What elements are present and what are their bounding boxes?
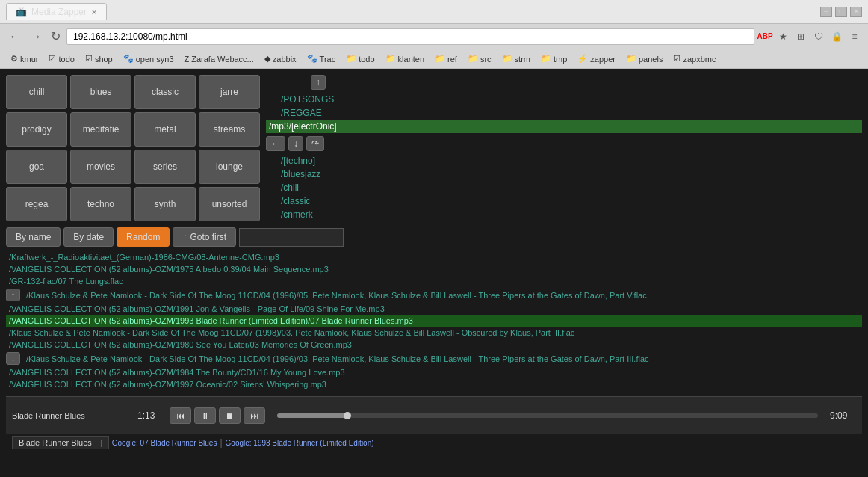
extensions-icon[interactable]: ⊞	[793, 29, 808, 44]
track-item-1[interactable]: /VANGELIS COLLECTION (52 albums)-OZM/197…	[6, 263, 862, 275]
genre-goa[interactable]: goa	[6, 150, 67, 184]
tree-down-button[interactable]: ↓	[288, 136, 303, 151]
search-input[interactable]	[239, 228, 344, 247]
track-item-10[interactable]: /VANGELIS COLLECTION (52 albums)-OZM/199…	[6, 378, 862, 390]
next-button[interactable]: ⏭	[244, 407, 265, 424]
genre-meditatie[interactable]: meditatie	[70, 112, 131, 147]
bookmark-panels[interactable]: 📁panels	[621, 52, 667, 65]
maximize-button[interactable]: □	[835, 7, 847, 17]
track-item-5-current[interactable]: /VANGELIS COLLECTION (52 albums)-OZM/199…	[6, 315, 862, 327]
bookmark-src[interactable]: 📁src	[463, 52, 496, 65]
lock-icon[interactable]: 🔒	[829, 29, 844, 44]
bookmark-klanten[interactable]: 📁klanten	[381, 52, 429, 65]
by-date-button[interactable]: By date	[63, 227, 114, 247]
genre-movies[interactable]: movies	[70, 150, 131, 184]
scroll-up-button[interactable]: ↑	[6, 289, 20, 301]
goto-first-button[interactable]: ↑ Goto first	[173, 227, 236, 247]
player-time-current: 1:13	[137, 410, 164, 421]
file-tree: /POTSONGS /REGGAE /mp3/[electrOnic] ← ↓ …	[266, 93, 862, 221]
tree-fwd-button[interactable]: ↷	[306, 136, 324, 151]
reload-button[interactable]: ↻	[48, 28, 63, 45]
bookmark-opensyn3[interactable]: 🐾open syn3	[119, 52, 179, 65]
bookmark-kmur[interactable]: ⚙kmur	[6, 52, 43, 65]
track-item-9[interactable]: /VANGELIS COLLECTION (52 albums)-OZM/198…	[6, 366, 862, 378]
track-item-4[interactable]: /VANGELIS COLLECTION (52 albums)-OZM/199…	[6, 303, 862, 315]
tab-close-button[interactable]: ✕	[91, 8, 97, 16]
track-item-3[interactable]: /Klaus Schulze & Pete Namlook - Dark Sid…	[23, 289, 862, 301]
menu-icon[interactable]: ≡	[847, 29, 862, 44]
track-item-0[interactable]: /Kraftwerk_-_Radioaktivitaet_(German)-19…	[6, 251, 862, 263]
genre-jarre[interactable]: jarre	[199, 75, 260, 109]
tree-item-cnmerk[interactable]: /cnmerk	[266, 208, 862, 221]
controls-row: By name By date Random ↑ Goto first	[6, 227, 862, 247]
progress-handle[interactable]	[344, 412, 351, 419]
tree-item-chill[interactable]: /chill	[266, 181, 862, 194]
bookmark-zapper[interactable]: ⚡zapper	[573, 52, 620, 65]
window-controls: ─ □ ✕	[820, 7, 862, 17]
bookmark-zapxbmc[interactable]: ☑zapxbmc	[669, 52, 720, 65]
todo1-icon: ☑	[49, 54, 56, 64]
forward-button[interactable]: →	[27, 28, 45, 45]
bookmark-shop[interactable]: ☑shop	[81, 52, 117, 65]
track-item-7[interactable]: /VANGELIS COLLECTION (52 albums)-OZM/198…	[6, 339, 862, 351]
bookmark-todo2[interactable]: 📁todo	[341, 52, 379, 65]
progress-bar[interactable]	[277, 413, 818, 418]
track-item-2[interactable]: /GR-132-flac/07 The Lungs.flac	[6, 275, 862, 287]
tree-item-reggae[interactable]: /REGGAE	[266, 106, 862, 120]
tree-back-button[interactable]: ←	[266, 136, 285, 151]
genre-lounge[interactable]: lounge	[199, 150, 260, 184]
back-button[interactable]: ←	[6, 28, 24, 45]
zabbix-icon: ◆	[264, 54, 270, 64]
genre-series[interactable]: series	[134, 150, 196, 184]
status-bar: Blade Runner Blues | Google: 07 Blade Ru…	[6, 434, 862, 451]
klanten-icon: 📁	[385, 54, 396, 64]
bookmark-star-icon[interactable]: ★	[775, 29, 790, 44]
prev-button[interactable]: ⏮	[170, 407, 191, 424]
google-link-2[interactable]: Google: 1993 Blade Runner (Limited Editi…	[226, 439, 374, 447]
tree-item-classic[interactable]: /classic	[266, 194, 862, 208]
genre-regea[interactable]: regea	[6, 187, 67, 221]
genre-unsorted[interactable]: unsorted	[199, 187, 260, 221]
bookmark-trac[interactable]: 🐾Trac	[303, 52, 341, 65]
bookmark-tmp[interactable]: 📁tmp	[536, 52, 571, 65]
shield-icon[interactable]: 🛡	[811, 29, 826, 44]
genre-metal[interactable]: metal	[134, 112, 196, 147]
bookmark-ref[interactable]: 📁ref	[430, 52, 462, 65]
random-button[interactable]: Random	[117, 227, 170, 247]
tree-up-button[interactable]: ↑	[311, 75, 326, 90]
tree-item-potsongs[interactable]: /POTSONGS	[266, 93, 862, 106]
genre-streams[interactable]: streams	[199, 112, 260, 147]
player-bar: Blade Runner Blues 1:13 ⏮ ⏸ ⏹ ⏭ 9:09	[6, 396, 862, 434]
track-item-8[interactable]: /Klaus Schulze & Pete Namlook - Dark Sid…	[23, 353, 862, 365]
genre-prodigy[interactable]: prodigy	[6, 112, 67, 147]
stop-button[interactable]: ⏹	[219, 407, 241, 424]
bookmark-strm[interactable]: 📁strm	[497, 52, 535, 65]
pause-button[interactable]: ⏸	[194, 407, 216, 424]
minimize-button[interactable]: ─	[820, 7, 832, 17]
google-link-1[interactable]: Google: 07 Blade Runner Blues	[112, 439, 217, 447]
tree-item-bluesjazz[interactable]: /bluesjazz	[266, 167, 862, 181]
bookmark-zabbix[interactable]: ◆zabbix	[260, 52, 301, 65]
bookmark-zarafa[interactable]: ZZarafa Webacc...	[180, 53, 258, 65]
address-bar[interactable]	[66, 28, 754, 45]
player-controls: ⏮ ⏸ ⏹ ⏭	[170, 407, 265, 424]
panels-icon: 📁	[626, 54, 636, 64]
track-item-6[interactable]: /Klaus Schulze & Pete Namlook - Dark Sid…	[6, 327, 862, 339]
genre-classic[interactable]: classic	[134, 75, 196, 109]
nav-bar: ← → ↻ ABP ★ ⊞ 🛡 🔒 ≡	[0, 24, 868, 49]
todo2-icon: 📁	[346, 54, 356, 64]
genre-blues[interactable]: blues	[70, 75, 131, 109]
bookmark-todo1[interactable]: ☑todo	[44, 52, 78, 65]
adblock-icon: ABP	[757, 29, 772, 44]
browser-tab[interactable]: 📺 Media Zapper ✕	[6, 3, 107, 20]
tree-item-techno[interactable]: /[techno]	[266, 154, 862, 167]
file-tree-panel: ↑ /POTSONGS /REGGAE /mp3/[electrOnic] ← …	[266, 75, 862, 221]
genre-techno[interactable]: techno	[70, 187, 131, 221]
by-name-button[interactable]: By name	[6, 227, 61, 247]
close-button[interactable]: ✕	[850, 7, 862, 17]
tree-item-electronic[interactable]: /mp3/[electrOnic]	[266, 120, 862, 133]
genre-synth[interactable]: synth	[134, 187, 196, 221]
scroll-down-button[interactable]: ↓	[6, 352, 20, 365]
genre-chill[interactable]: chill	[6, 75, 67, 109]
progress-fill	[277, 413, 347, 418]
